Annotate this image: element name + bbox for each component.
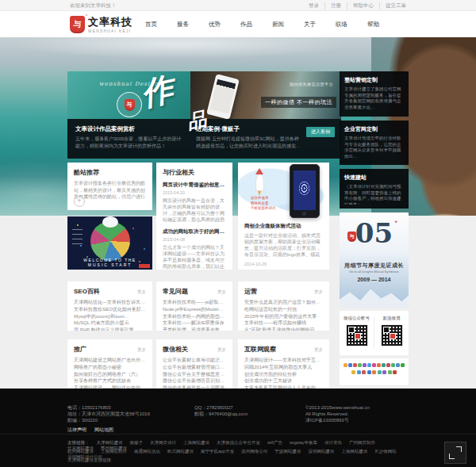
nav-item-3[interactable]: 作品 bbox=[240, 21, 252, 29]
sidebar-box-quick-site[interactable]: 快速建站 （文率设计针对实施时间与预算有限、同时需要快速上线的中小微客户，特地推… bbox=[340, 169, 409, 209]
friend-link[interactable]: 天津网站建设 bbox=[97, 440, 123, 446]
list-item[interactable]: Node.js中Express的Model要注… bbox=[163, 306, 226, 313]
more-link[interactable]: 更多 bbox=[314, 289, 323, 295]
social-icon-5[interactable] bbox=[367, 363, 371, 367]
friend-link[interactable]: 南通网站优化 bbox=[134, 449, 160, 454]
sidebar-box-site-marketing[interactable]: 整站营销定制 文率设计建立了集团公司官网专属的周密定制服务，旨在提升各集团官网的… bbox=[340, 71, 409, 117]
topbar-link-2[interactable]: 帮助中心 bbox=[347, 2, 374, 10]
list-item[interactable]: 文率科技技术组——js获取日期的方法 bbox=[163, 299, 226, 306]
social-icon-7[interactable] bbox=[377, 363, 381, 367]
article-title[interactable]: 网页设计中需借鉴的创意风格与设计趋势 bbox=[163, 182, 226, 189]
friend-link[interactable]: 设计资讯 bbox=[324, 440, 342, 446]
friend-link[interactable]: 上海网站制作 bbox=[101, 449, 127, 454]
friend-link[interactable]: 欧式网站建设 bbox=[167, 449, 194, 454]
social-icon-7[interactable] bbox=[388, 370, 392, 374]
list-item[interactable]: 究竟什么是真正的用户运营？如何做用户… bbox=[244, 299, 323, 306]
article-title[interactable]: 商创企业微贩体验式活动 bbox=[244, 223, 323, 230]
nav-item-0[interactable]: 首页 bbox=[145, 21, 157, 29]
topbar-link-1[interactable]: 注册 bbox=[324, 2, 341, 10]
friend-link[interactable]: wifi广告 bbox=[267, 440, 282, 446]
social-icon-10[interactable] bbox=[391, 363, 395, 367]
footer-legal-link[interactable]: 网站地图 bbox=[94, 427, 113, 434]
social-icon-8[interactable] bbox=[393, 370, 397, 374]
article-title[interactable]: 成功的网站取决于好的网站设计 bbox=[163, 228, 226, 235]
list-item[interactable]: 天津网站优化—文率科技告诉大家SEO… bbox=[74, 299, 146, 306]
nav-item-5[interactable]: 关于 bbox=[304, 21, 316, 29]
list-item[interactable]: 公众平台新增素材管理接口、对用户认证… bbox=[163, 364, 226, 371]
list-item[interactable]: 分享各种推广方式的优缺点 bbox=[74, 377, 146, 385]
topbar-link-0[interactable]: 登录 bbox=[309, 2, 319, 10]
list-item[interactable]: 微信公众平台新增语音识别接口 bbox=[163, 377, 226, 385]
topbar-link-3[interactable]: 提交工单 bbox=[379, 2, 406, 10]
logo[interactable]: 与 文率科技 WENSHUAI KEJI bbox=[70, 15, 132, 33]
social-icon-9[interactable] bbox=[386, 363, 390, 367]
list-item[interactable]: 天津网站设计——文率科技对于互联网创… bbox=[244, 357, 323, 364]
list-item[interactable]: 网络推广的那些小秘密 bbox=[74, 364, 146, 371]
friend-link[interactable]: 南宁手机app开发 bbox=[201, 449, 234, 454]
nav-item-4[interactable]: 新闻 bbox=[272, 21, 284, 29]
friend-link[interactable]: 杭州网站建设 bbox=[67, 449, 94, 454]
list-item[interactable]: 如何做好自己的网络推广（六） bbox=[74, 371, 146, 378]
social-icon-1[interactable] bbox=[348, 363, 352, 367]
list-item[interactable]: Mysql中的count()和sum… bbox=[74, 313, 146, 320]
friend-link[interactable]: 微贩子 bbox=[130, 440, 144, 446]
case-caption-title[interactable]: 近期案例·微贩子 bbox=[196, 125, 301, 133]
list-item[interactable]: 2015年年初的用户要做的这件大事 bbox=[244, 313, 323, 320]
list-item[interactable]: 文率科技——解决IE双重保存 bbox=[163, 320, 226, 327]
social-icon-3[interactable] bbox=[358, 363, 362, 367]
more-link[interactable]: 更多 bbox=[137, 347, 146, 353]
expand-button[interactable] bbox=[444, 442, 466, 464]
social-icon-8[interactable] bbox=[382, 363, 386, 367]
list-item[interactable]: MySQL 约束方面的小提示 bbox=[74, 320, 146, 327]
social-icon-1[interactable] bbox=[357, 370, 361, 374]
social-icon-2[interactable] bbox=[353, 363, 357, 367]
anniversary-card[interactable]: 05 与 * 用细节与厚度见证成长 Go to all Lengths Mutu… bbox=[340, 212, 409, 308]
friend-link[interactable]: 天津网页设计 bbox=[150, 440, 176, 446]
friend-link[interactable]: 长沙做网站 bbox=[374, 449, 397, 454]
list-item[interactable]: 天津网站建设之网站推广道出外链的问… bbox=[74, 357, 146, 364]
list-item[interactable]: 创业成功的十三大秘诀 bbox=[244, 377, 323, 385]
list-item[interactable]: 从"蓝翔"看懂天津做微信的网络问题运… bbox=[244, 327, 323, 331]
sidebar-box-corporate-site[interactable]: 企业官网定制 文率设计凭借五年的行业经验与专业化服务团队，让您的企业官网从众多竞… bbox=[340, 121, 409, 165]
nav-item-7[interactable]: 帮助 bbox=[367, 21, 379, 29]
friend-link[interactable]: segway平衡车 bbox=[290, 440, 317, 446]
cool-site-illustration[interactable]: WELCOME TO THE MUSIC START bbox=[67, 216, 152, 270]
list-item[interactable]: 公众平台素材公单等功能正式上线 bbox=[163, 357, 226, 364]
social-icon-12[interactable] bbox=[401, 363, 405, 367]
friend-link[interactable]: 宁波网站建设 bbox=[274, 449, 301, 454]
social-icon-0[interactable] bbox=[344, 363, 347, 367]
friend-link[interactable]: 上海网站建设 bbox=[341, 449, 367, 454]
friend-link[interactable]: 天津微信公众平台开发 bbox=[217, 440, 260, 446]
list-item[interactable]: 创业成功方面的特征分析 bbox=[244, 371, 323, 378]
social-icon-11[interactable] bbox=[396, 363, 400, 367]
nav-item-1[interactable]: 服务 bbox=[177, 21, 189, 29]
friend-link[interactable]: 上海网站建设 bbox=[183, 440, 209, 446]
friend-link[interactable]: 深圳网站建设 bbox=[308, 449, 334, 454]
friend-link[interactable]: 广州网页制作 bbox=[349, 440, 375, 446]
list-item[interactable]: 用 PHP 构建自定义搜索引擎 bbox=[74, 327, 146, 331]
nav-item-6[interactable]: 联络 bbox=[336, 21, 347, 29]
friend-link[interactable]: 温州网络公司 bbox=[241, 449, 267, 454]
nav-item-2[interactable]: 优势 bbox=[209, 21, 221, 29]
list-item[interactable]: 文率科技——程序员如何赚钱 bbox=[244, 320, 323, 327]
list-item[interactable]: 给网站运营站长的一封信 bbox=[244, 306, 323, 313]
more-link[interactable]: 更多 bbox=[217, 289, 226, 295]
more-link[interactable]: 更多 bbox=[314, 347, 323, 353]
case-photo-card[interactable]: 国内领先微信运营平台 一样的微信 不一样的玩法 bbox=[190, 71, 341, 119]
list-item[interactable]: 回顾2014年互联网的那些大事儿 bbox=[244, 364, 323, 371]
view-case-button[interactable]: 进入案例 bbox=[306, 127, 335, 137]
social-icon-6[interactable] bbox=[382, 370, 386, 374]
works-showcase-card[interactable]: wenshuai Design 与 bbox=[67, 71, 190, 119]
more-link[interactable]: 更多 bbox=[217, 347, 226, 353]
social-icon-4[interactable] bbox=[363, 363, 367, 367]
list-item[interactable]: 文率科技术组—内网的那些会话解决方法 bbox=[163, 313, 226, 320]
list-item[interactable]: 文率科技教你SEO优化如何更好的掌… bbox=[74, 306, 146, 313]
friend-link[interactable]: 天津网站建设友情链接 bbox=[67, 457, 111, 463]
social-icon-0[interactable] bbox=[351, 370, 355, 374]
list-item[interactable]: 开发框架里，环境要素参数配置要素 bbox=[163, 327, 226, 331]
social-icon-4[interactable] bbox=[372, 370, 376, 374]
social-icon-2[interactable] bbox=[362, 370, 366, 374]
list-item[interactable]: 微信公众平台关于整顿恶意营销大量行… bbox=[163, 371, 226, 378]
social-icon-3[interactable] bbox=[367, 370, 371, 374]
plus-button[interactable]: + bbox=[74, 196, 85, 207]
